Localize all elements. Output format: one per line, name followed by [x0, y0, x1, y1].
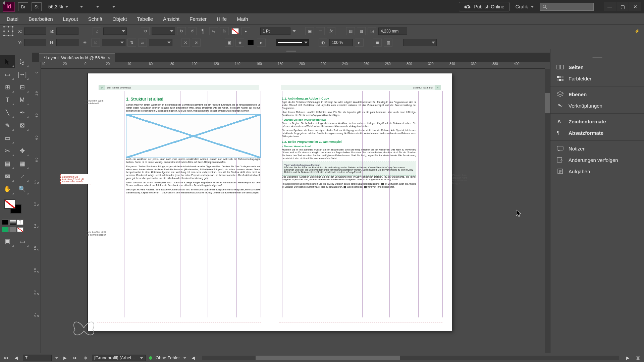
panel-grip[interactable]: [32, 49, 550, 53]
panel-aenderungen-verfolgen[interactable]: Änderungen verfolgen: [550, 154, 644, 166]
stroke-style-select[interactable]: [276, 39, 309, 46]
page-number-input[interactable]: 7: [23, 355, 52, 361]
frame-fit-icon[interactable]: ▭: [316, 27, 325, 35]
gap-tool[interactable]: |↔|: [15, 68, 30, 81]
apply-none-swatch[interactable]: T: [17, 220, 23, 225]
panel-aufgaben[interactable]: Aufgaben: [550, 166, 644, 177]
rotate-select[interactable]: [152, 27, 175, 35]
chevron-down-icon[interactable]: [55, 357, 58, 359]
fill-proxy[interactable]: [4, 199, 15, 209]
workspace-switcher[interactable]: Grafik: [513, 4, 537, 9]
blend-mode-icon[interactable]: ▥: [384, 39, 392, 47]
menu-hilfe[interactable]: Hilfe: [212, 14, 231, 24]
rectangle-frame-tool[interactable]: ⊠: [15, 119, 30, 132]
pen-tool[interactable]: ✒: [15, 106, 30, 119]
prev-page-button[interactable]: ◀: [13, 355, 19, 361]
stroke-swatch[interactable]: [246, 39, 255, 46]
split-view-button[interactable]: ▯▯: [635, 355, 641, 361]
hand-tool[interactable]: ✋: [0, 183, 15, 195]
pencil-tool[interactable]: ✎: [0, 119, 15, 132]
preflight-status-text[interactable]: Ohne Fehler: [156, 355, 180, 360]
eyedropper-tool[interactable]: ⟋: [15, 170, 30, 183]
panel-seiten[interactable]: Seiten: [550, 61, 644, 73]
page-left[interactable]: # Der ideale Workflow Wie wird ein Work-…: [88, 73, 270, 331]
flip-h-2-icon[interactable]: ⤭: [181, 39, 190, 47]
view-mode-preview[interactable]: ▭: [15, 235, 30, 248]
corner-options-icon[interactable]: ◲: [368, 27, 376, 35]
zoom-level-combo[interactable]: 56,3 %: [45, 3, 72, 10]
apply-gradient-swatch[interactable]: [9, 220, 16, 225]
panel-zeichenformate[interactable]: A Zeichenformate: [550, 116, 644, 127]
panel-grip[interactable]: [550, 56, 644, 59]
scrollbar-thumb[interactable]: [545, 93, 550, 113]
panel-verknuepfungen[interactable]: Verknüpfungen: [550, 100, 644, 111]
minimize-button[interactable]: —: [604, 2, 616, 11]
formatting-none-swatch[interactable]: [17, 227, 23, 232]
effects-fx-icon[interactable]: fx: [327, 27, 335, 35]
scroll-left-button[interactable]: ◀: [190, 355, 197, 361]
free-transform-tool[interactable]: ✥: [15, 144, 30, 157]
width-input[interactable]: [56, 27, 78, 35]
maximize-button[interactable]: ▢: [616, 2, 629, 11]
close-button[interactable]: ✕: [629, 2, 641, 11]
flip-horizontal-icon[interactable]: ⇋: [209, 27, 218, 35]
measure-tool[interactable]: M: [15, 94, 30, 106]
reference-point-proxy[interactable]: [3, 25, 14, 37]
selection-tool[interactable]: [0, 55, 15, 68]
preflight-profile-combo[interactable]: [Grundprofil] (Arbei…: [92, 355, 146, 361]
fill-swatch[interactable]: [231, 27, 239, 35]
help-search-input[interactable]: [540, 3, 594, 11]
vertical-ruler[interactable]: 02 04 06 08 01 0 01 2 01 4 01 6 01 8 02 …: [32, 62, 41, 353]
panel-absatzformate[interactable]: ¶ Absatzformate: [550, 127, 644, 138]
anchored-note[interactable]: Bekommen Sie Ablenkung? Jetzt gilt Aufme…: [60, 174, 91, 184]
formatting-container-swatch[interactable]: [2, 227, 9, 232]
view-mode-normal[interactable]: ▣: [0, 235, 15, 248]
corner-radius-input[interactable]: 4,233 mm: [378, 27, 407, 35]
text-wrap-bounding-icon[interactable]: ▦: [357, 27, 366, 35]
link-scale-icon[interactable]: ⇅: [127, 39, 136, 47]
view-options-button[interactable]: [75, 2, 88, 11]
horizontal-scrollbar[interactable]: [202, 356, 619, 360]
gradient-swatch-tool[interactable]: ▤: [0, 157, 15, 170]
note-tool[interactable]: ✉: [0, 170, 15, 183]
shear-icon[interactable]: ▱: [138, 39, 147, 47]
height-input[interactable]: [56, 39, 78, 46]
page-spread[interactable]: # Der ideale Workflow Wie wird ein Work-…: [88, 73, 452, 331]
stroke-weight-input[interactable]: 1 Pt: [260, 27, 290, 35]
text-wrap-none-icon[interactable]: ▤: [346, 27, 355, 35]
select-content-icon[interactable]: ◈: [235, 39, 244, 47]
fill-toggle-arrow[interactable]: ▸: [241, 27, 250, 35]
auto-fit-icon[interactable]: ▣: [305, 27, 314, 35]
canvas[interactable]: # Der ideale Workflow Wie wird ein Work-…: [41, 69, 545, 353]
horizontal-ruler[interactable]: 4020020406080100120140160180200220240260…: [41, 62, 545, 69]
line-tool[interactable]: ╲: [0, 106, 15, 119]
zoom-tool[interactable]: 🔍: [15, 183, 30, 195]
apply-color-swatch[interactable]: [2, 220, 9, 225]
panel-ebenen[interactable]: Ebenen: [550, 88, 644, 100]
opacity-icon[interactable]: ◐: [319, 39, 327, 47]
bridge-badge[interactable]: Br: [18, 2, 28, 11]
flip-vertical-icon[interactable]: ⇅: [220, 27, 229, 35]
arrange-documents-button[interactable]: [107, 2, 120, 11]
vertical-scrollbar[interactable]: [545, 69, 550, 353]
page-tool[interactable]: ▭: [0, 68, 15, 81]
first-page-button[interactable]: ⏮: [3, 355, 9, 361]
rotate-90-ccw-icon[interactable]: ↺: [188, 27, 197, 35]
flip-v-2-icon[interactable]: ⤮: [192, 39, 201, 47]
empty-graphic-frame[interactable]: [126, 114, 261, 158]
content-placer-tool[interactable]: ⊟: [15, 81, 30, 94]
last-page-button[interactable]: ⏭: [72, 355, 78, 361]
menu-math[interactable]: Math: [232, 14, 253, 24]
direct-selection-tool[interactable]: [15, 55, 30, 68]
rotate-icon[interactable]: ⟲: [141, 27, 150, 35]
x-position-input[interactable]: [24, 27, 46, 35]
scrollbar-thumb[interactable]: [256, 356, 400, 360]
fill-stroke-proxy[interactable]: [2, 198, 30, 217]
scale-x-select[interactable]: [103, 27, 127, 35]
scale-y-icon[interactable]: ⟀: [91, 39, 100, 47]
page-right[interactable]: Struktur ist alles! # Ein- und Aus- chec…: [270, 73, 452, 331]
constrain-proportions-icon[interactable]: ✳: [80, 39, 89, 47]
stroke-toggle-arrow[interactable]: ▸: [257, 39, 266, 47]
quick-apply-icon[interactable]: ⚡: [633, 27, 641, 35]
shear-select[interactable]: [149, 39, 172, 46]
